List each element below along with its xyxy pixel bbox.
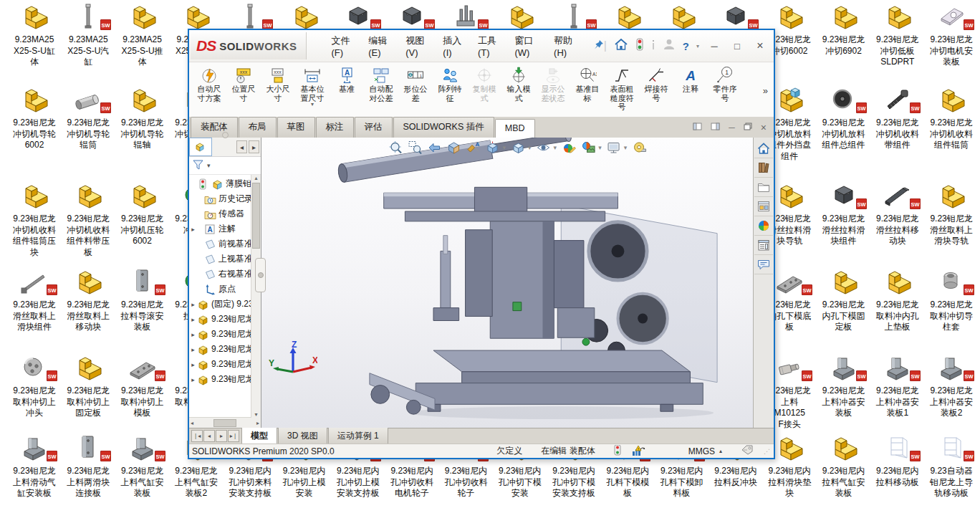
toolbar-button-weld-symbol[interactable]: 焊接符 号: [639, 64, 673, 104]
desktop-file-icon[interactable]: 9.23钼尼龙 冲切机导轮 6002: [7, 85, 62, 151]
tree-horizontal-scrollbar[interactable]: ◂▸: [189, 417, 261, 428]
desktop-file-icon[interactable]: SW9.23钼尼龙 拉料导滚安 装板: [115, 267, 170, 333]
toolbar-button-balloon[interactable]: 1零件序 号: [708, 64, 742, 104]
flyout-caret-icon[interactable]: ▾: [311, 102, 314, 107]
user-icon[interactable]: [663, 38, 676, 54]
view-settings-icon[interactable]: [607, 140, 621, 155]
tree-item-part[interactable]: ▸(固定) 9.23钼尼龙: [189, 297, 261, 312]
status-traffic-light-icon[interactable]: [614, 445, 621, 458]
desktop-file-icon[interactable]: 9.23钼尼龙 冲切低板 SLDPRT: [870, 1, 925, 68]
desktop-file-icon[interactable]: 9.23钼尼龙 取料冲内孔 上垫板: [870, 267, 925, 333]
model-tab-item[interactable]: 运动算例 1: [328, 427, 388, 444]
tree-item-part[interactable]: ▸9.23钼尼龙: [189, 372, 261, 387]
tree-item-plane[interactable]: 前视基准面: [189, 236, 261, 251]
taskpane-file-explorer-icon[interactable]: [754, 178, 773, 197]
assembly-3d-model[interactable]: [261, 138, 753, 428]
menu-item[interactable]: 编辑(E): [362, 32, 396, 61]
toolbar-button-datum-target[interactable]: A1基准目 标: [570, 64, 605, 104]
close-button[interactable]: ×: [752, 39, 768, 52]
taskpane-custom-properties-icon[interactable]: [754, 236, 773, 255]
home-icon[interactable]: [614, 38, 628, 54]
menu-item[interactable]: 帮助(H): [547, 32, 582, 61]
expand-arrow-icon[interactable]: ▸: [189, 361, 197, 368]
toolbar-button-import-scheme[interactable]: 输入模 式: [501, 64, 536, 104]
command-tab-item[interactable]: 草图: [277, 117, 315, 138]
desktop-file-icon[interactable]: 9.23钼尼龙 滑丝取料上 滑块导轨: [924, 181, 979, 247]
traffic-light-icon[interactable]: [635, 38, 644, 54]
previous-view-icon[interactable]: [428, 140, 442, 155]
toolbar-button-auto-dimension[interactable]: 自动尺 寸方案: [192, 64, 226, 104]
desktop-file-icon[interactable]: SW9.23钼尼内 拉料移动板: [870, 433, 925, 488]
desktop-file-icon[interactable]: SW9.23钼尼龙 取料冲切导 柱套: [924, 267, 979, 333]
tab-next-icon[interactable]: ▸: [216, 430, 227, 442]
menu-item[interactable]: 视图(V): [399, 32, 433, 61]
desktop-file-icon[interactable]: SW9.23钼尼龙 滑丝取料上 滑块组件: [7, 267, 62, 333]
tree-tab-scroll-right[interactable]: ▸: [249, 140, 259, 153]
display-style-icon[interactable]: [511, 140, 525, 155]
units-caret-icon[interactable]: ▴: [719, 448, 722, 454]
expand-arrow-icon[interactable]: ▸: [189, 376, 197, 383]
desktop-file-icon[interactable]: 9.23MA25 X25-S-U缸 体: [7, 1, 62, 68]
toolbar-button-surface-finish[interactable]: 表面粗 糙度符 号: [605, 64, 639, 113]
desktop-file-icon[interactable]: SW9.23钼尼龙 冲切电机安 装板: [924, 1, 979, 68]
tape-measure-icon[interactable]: [632, 140, 646, 155]
model-tab-active[interactable]: 模型: [241, 427, 277, 444]
hud-caret-icon[interactable]: ▾: [554, 144, 557, 151]
command-tab-item[interactable]: 装配体: [191, 117, 238, 138]
tree-item-annotation[interactable]: ▸A注解: [189, 221, 261, 236]
desktop-file-icon[interactable]: SW9.23钼尼龙 上料冲器安 装板1: [870, 353, 925, 419]
desktop-file-icon[interactable]: SW9.23钼尼龙 上料两滑块 连接板: [61, 433, 115, 499]
tree-item-history[interactable]: 历史记录: [189, 191, 261, 206]
view-orientation-icon[interactable]: [486, 140, 500, 155]
desktop-file-icon[interactable]: 9.23钼尼龙 内孔下模固 定板: [817, 267, 871, 333]
desktop-file-icon[interactable]: SW9.23钼尼龙 冲切机收料 带组件: [870, 85, 925, 151]
tree-tab-scroll-left[interactable]: ◂: [236, 140, 247, 153]
desktop-file-icon[interactable]: SW9.23钼尼龙 取料冲切上 冲头: [7, 353, 62, 419]
zoom-to-area-icon[interactable]: [408, 140, 423, 155]
hide-show-items-icon[interactable]: [537, 140, 551, 155]
tab-first-icon[interactable]: ❘◂: [191, 430, 203, 442]
tree-item-part[interactable]: ▸9.23钼尼龙: [189, 357, 261, 372]
desktop-file-icon[interactable]: 9.23钼尼内 拉料气缸安 装板: [817, 433, 871, 499]
units-selector[interactable]: MMGS: [688, 446, 715, 456]
pin-icon[interactable]: [592, 39, 604, 53]
tree-item-plane[interactable]: 上视基准面: [189, 251, 261, 267]
tree-item-sensor[interactable]: 传感器: [189, 206, 261, 221]
desktop-file-icon[interactable]: SW9.23自动器 钼尼龙上导 轨移动板: [924, 433, 979, 499]
menu-item[interactable]: 文件(F): [325, 32, 360, 61]
desktop-file-icon[interactable]: SW9.23钼尼龙 上料滑动气 缸安装板: [7, 433, 62, 499]
desktop-file-icon[interactable]: SW9.23钼尼龙 上料气缸安 装板: [115, 433, 170, 499]
desktop-file-icon[interactable]: 9.23钼尼龙 冲切机收料 组件料带压 板: [61, 181, 115, 258]
filter-caret-icon[interactable]: ▾: [207, 162, 211, 169]
desktop-file-icon[interactable]: 9.23钼尼龙 取料冲切上 固定板: [61, 353, 115, 419]
toolbar-button-pattern-feature[interactable]: 阵列特 征: [433, 64, 467, 104]
desktop-file-icon[interactable]: SW9.23钼尼龙 冲切机放料 组件总组件: [817, 85, 871, 151]
splitter-handle[interactable]: [222, 132, 229, 138]
command-tab-item[interactable]: 评估: [355, 117, 393, 138]
toolbar-button-size-dimension[interactable]: xxx大小尺 寸: [261, 64, 295, 104]
desktop-file-icon[interactable]: SW9.23钼尼龙 冲切机导轮 辊筒: [61, 85, 115, 151]
hud-caret-icon[interactable]: ▾: [503, 144, 506, 151]
tree-item-part[interactable]: ▸9.23钼尼龙: [189, 342, 261, 357]
tree-item-part[interactable]: ▸9.23钼尼龙: [189, 312, 261, 327]
doc-restore-icon[interactable]: [744, 123, 752, 133]
menu-item[interactable]: 插入(I): [436, 32, 469, 61]
help-icon[interactable]: ?: [683, 40, 689, 52]
pane-right-icon[interactable]: [711, 123, 720, 133]
annotation-visibility-icon[interactable]: A: [466, 140, 481, 155]
expand-arrow-icon[interactable]: ▸: [189, 301, 197, 308]
taskpane-home-icon[interactable]: [754, 139, 773, 158]
expand-arrow-icon[interactable]: ▸: [189, 331, 197, 338]
command-tab-item[interactable]: SOLIDWORKS 插件: [393, 117, 494, 138]
menu-item[interactable]: 窗口(W): [508, 32, 544, 61]
desktop-file-icon[interactable]: 9.23MA25 X25-S-U推 体: [115, 1, 170, 68]
command-tab-active[interactable]: MBD: [495, 119, 535, 138]
command-tab-item[interactable]: 标注: [316, 117, 354, 138]
expand-arrow-icon[interactable]: ▸: [189, 346, 197, 353]
zoom-to-fit-icon[interactable]: [389, 140, 403, 155]
toolbar-button-geometric-tolerance[interactable]: .1形位公 差: [398, 64, 433, 104]
help-caret-icon[interactable]: ▾: [696, 43, 699, 49]
desktop-file-icon[interactable]: SW9.23钼尼龙 滑丝拉料滑 块组件: [817, 181, 871, 247]
tree-item-part[interactable]: ▸9.23钼尼龙: [189, 327, 261, 342]
tab-prev-icon[interactable]: ◂: [203, 430, 215, 442]
